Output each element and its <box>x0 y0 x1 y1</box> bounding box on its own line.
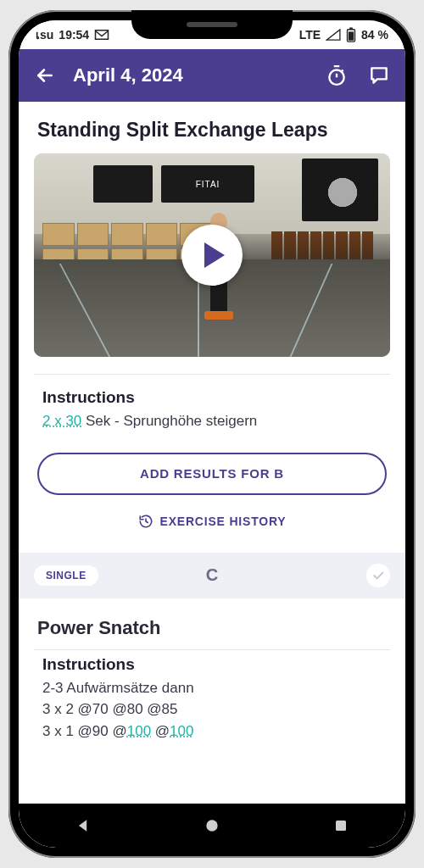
device-notch <box>131 10 293 39</box>
play-icon <box>204 242 225 268</box>
svg-point-3 <box>329 70 343 85</box>
back-button[interactable] <box>31 61 59 90</box>
android-nav-bar <box>19 804 405 848</box>
section-letter: C <box>206 565 218 585</box>
section-chip-single: SINGLE <box>34 565 98 586</box>
video-banner-text: FITAI <box>161 165 254 203</box>
instructions-heading: Instructions <box>42 388 382 407</box>
instructions-text: 2 x 30 Sek - Sprunghöhe steigern <box>42 410 382 432</box>
arrow-left-icon <box>34 64 56 86</box>
svg-point-4 <box>206 820 217 831</box>
svg-rect-5 <box>336 821 346 831</box>
app-bar: April 4, 2024 <box>19 49 405 102</box>
nav-back-button[interactable] <box>66 809 100 843</box>
circle-home-icon <box>204 817 220 834</box>
instructions-heading: Instructions <box>42 655 382 674</box>
section-complete-toggle[interactable] <box>366 564 390 587</box>
play-button[interactable] <box>181 225 243 286</box>
exercise2-instructions: Instructions 2-3 Aufwärmsätze dann 3 x 2… <box>19 650 405 743</box>
exercise-video-thumbnail[interactable]: FITAI <box>34 153 390 357</box>
status-time: 19:54 <box>59 28 89 42</box>
square-recent-icon <box>333 818 349 833</box>
weight-link-1[interactable]: 100 <box>127 723 151 739</box>
check-icon <box>371 569 385 582</box>
battery-percent: 84 % <box>361 28 388 42</box>
stopwatch-icon <box>326 64 348 86</box>
battery-icon <box>346 27 356 42</box>
history-label: EXERCISE HISTORY <box>160 515 287 528</box>
chat-button[interactable] <box>365 61 393 90</box>
exercise-history-button[interactable]: EXERCISE HISTORY <box>19 514 405 529</box>
exercise-title: Standing Split Exchange Leaps <box>19 102 405 153</box>
nav-recent-button[interactable] <box>324 809 358 843</box>
phone-device-frame: เsu 19:54 LTE 84 % April 4, 2024 <box>8 10 416 858</box>
triangle-back-icon <box>75 817 92 834</box>
add-results-label: ADD RESULTS FOR B <box>140 466 284 481</box>
nav-home-button[interactable] <box>195 809 229 843</box>
carrier-label: เsu <box>36 25 53 44</box>
gmail-icon <box>94 29 109 41</box>
page-title: April 4, 2024 <box>73 64 309 86</box>
history-icon <box>138 514 153 529</box>
network-label: LTE <box>299 28 321 42</box>
instructions-line-1: 2-3 Aufwärmsätze dann <box>42 677 382 699</box>
sets-reps-link[interactable]: 2 x 30 <box>42 413 81 429</box>
section-header-c[interactable]: SINGLE C <box>19 553 405 598</box>
instructions-block: Instructions 2 x 30 Sek - Sprunghöhe ste… <box>19 375 405 448</box>
svg-rect-2 <box>349 31 354 40</box>
main-content[interactable]: Standing Split Exchange Leaps FITAI <box>19 102 405 804</box>
weight-link-2[interactable]: 100 <box>170 723 193 739</box>
timer-button[interactable] <box>322 61 351 90</box>
signal-icon <box>326 29 341 41</box>
instructions-line-2: 3 x 2 @70 @80 @85 <box>42 698 382 721</box>
chat-icon <box>368 64 390 86</box>
add-results-button[interactable]: ADD RESULTS FOR B <box>37 453 387 495</box>
exercise2-title: Power Snatch <box>19 598 405 648</box>
sets-reps-rest: Sek - Sprunghöhe steigern <box>81 413 257 429</box>
svg-rect-1 <box>349 27 353 29</box>
screen: เsu 19:54 LTE 84 % April 4, 2024 <box>19 20 405 848</box>
instructions-line-3: 3 x 1 @90 @100 @100 <box>42 721 382 743</box>
